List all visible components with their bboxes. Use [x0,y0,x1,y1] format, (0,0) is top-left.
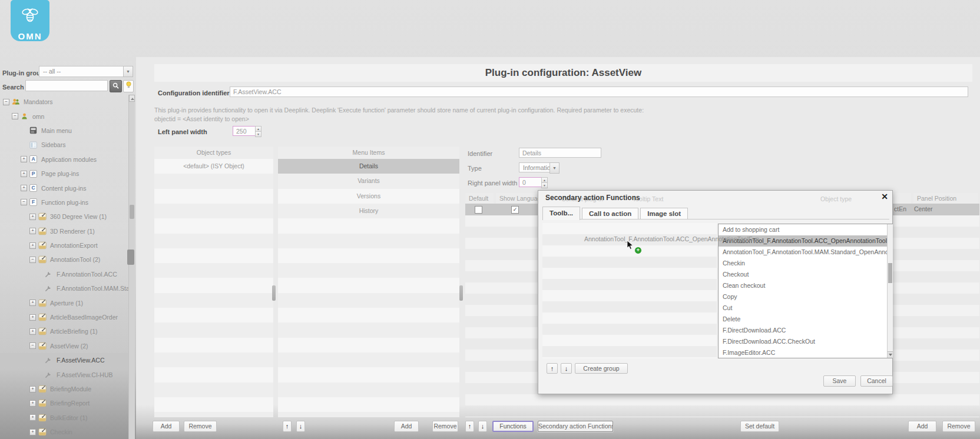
expand-icon[interactable]: + [29,400,36,407]
tree-item[interactable]: +PPage plug-ins [0,167,128,181]
search-button[interactable] [110,80,122,92]
tab-toolbar[interactable]: Toolb... [542,207,580,220]
column-resize-handle[interactable] [272,285,276,301]
collapse-icon[interactable]: − [21,199,27,205]
row-move-down-button[interactable]: ↓ [478,421,487,432]
default-checkbox[interactable] [475,206,482,214]
tree-item[interactable]: F.AssetView.ACC [0,353,128,367]
expand-icon[interactable]: + [29,314,36,321]
functions-button[interactable]: Functions [492,421,534,432]
tree-item[interactable]: Sidebars [0,138,128,152]
function-option[interactable]: Checkout [719,269,892,280]
tree-item[interactable]: F.AnnotationTool.MAM.Standar [0,281,128,295]
save-button[interactable]: Save [823,375,856,387]
table-remove-button[interactable]: Remove [942,421,975,432]
object-types-remove-button[interactable]: Remove [184,421,217,432]
functions-list-scrollbar[interactable] [887,224,893,358]
left-panel-width-stepper[interactable]: ▲ ▼ [255,126,261,137]
hint-button[interactable] [123,80,134,92]
object-types-add-button[interactable]: Add [153,421,180,432]
tree-item[interactable]: +CContent plug-ins [0,181,128,195]
expand-icon[interactable]: + [29,214,36,220]
scrollbar-thumb[interactable] [888,263,892,283]
function-option[interactable]: Delete [719,314,892,325]
expand-icon[interactable]: + [21,156,27,162]
tree-item[interactable]: +AApplication modules [0,152,128,167]
expand-icon[interactable]: + [29,242,36,249]
sidebar-splitter-handle[interactable] [127,250,134,265]
tree-item[interactable]: +Aperture (1) [0,295,128,310]
menu-item-row[interactable]: History [278,204,459,218]
tree-item[interactable]: −AssetView (2) [0,339,128,353]
left-panel-width-input[interactable] [233,126,257,136]
menu-item-move-up-button[interactable]: ↑ [283,421,292,432]
configuration-identifier-input[interactable] [230,87,968,97]
collapse-icon[interactable]: − [29,257,36,263]
tab-call-to-action[interactable]: Call to action [582,208,638,219]
right-panel-width-input[interactable] [519,177,542,187]
move-down-button[interactable]: ↓ [561,363,572,374]
expand-icon[interactable]: + [29,300,36,306]
secondary-action-functions-button[interactable]: Secondary action Functions [538,421,613,432]
tree-item[interactable]: +ArticleBriefing (1) [0,324,128,338]
tree-scrollbar[interactable] [128,95,135,439]
tree-item[interactable]: +ArticleBasedImageOrder [0,310,128,324]
expand-icon[interactable]: + [21,171,27,177]
menu-items-remove-button[interactable]: Remove [432,421,458,432]
expand-icon[interactable]: + [29,414,36,421]
tree-item[interactable]: −FFunction plug-ins [0,195,128,209]
function-option[interactable]: Clean checkout [719,280,892,291]
tree-item[interactable]: F.AssetView.CI-HUB [0,367,128,381]
function-option[interactable]: Checkin [719,258,892,269]
tree-item[interactable]: +Checkin [0,425,128,439]
tree-item[interactable]: +3D Renderer (1) [0,224,128,238]
tree-item[interactable]: Main menu [0,124,128,138]
identifier-input[interactable] [519,148,601,158]
collapse-icon[interactable]: − [3,99,9,105]
plugin-group-select[interactable]: -- all -- [39,66,124,77]
stepper-down-icon[interactable]: ▼ [541,182,548,188]
plugin-group-dropdown-button[interactable]: ▼ [123,66,133,77]
function-option[interactable]: Add to shopping cart [719,224,892,235]
function-option[interactable]: AnnotationTool_F.AnnotationTool.MAM.Stan… [719,247,892,258]
function-option[interactable]: Copy [719,291,892,302]
expand-icon[interactable]: + [29,228,36,234]
type-select[interactable]: Information [519,162,551,172]
expand-icon[interactable]: + [21,185,27,191]
row-move-up-button[interactable]: ↑ [465,421,474,432]
scrollbar-down-icon[interactable] [888,351,893,358]
tree-item[interactable]: −AnnotationTool (2) [0,252,128,267]
cancel-button[interactable]: Cancel [860,375,893,387]
menu-item-move-down-button[interactable]: ↓ [296,421,305,432]
available-functions-list[interactable]: Add to shopping cartAnnotationTool_F.Ann… [718,224,893,358]
close-icon[interactable]: ✕ [881,192,888,201]
expand-icon[interactable]: + [29,328,36,335]
search-input[interactable] [25,80,108,91]
collapse-icon[interactable]: − [29,342,36,349]
right-panel-width-stepper[interactable]: ▲ ▼ [541,177,548,188]
menu-item-row[interactable]: Details [278,159,459,174]
tab-image-slot[interactable]: Image slot [640,208,688,219]
function-option[interactable]: F.DirectDownload.ACC.CheckOut [719,336,892,347]
tree-item[interactable]: +360 Degree View (1) [0,209,128,224]
object-type-row[interactable]: <default> (ISY Object) [154,159,273,174]
scrollbar-thumb[interactable] [130,205,134,219]
tree-item[interactable]: −Mandators [0,95,128,109]
create-group-button[interactable]: Create group [575,363,628,374]
set-default-button[interactable]: Set default [740,421,779,432]
scrollbar-up-icon[interactable] [129,95,135,102]
menu-items-add-button[interactable]: Add [394,421,419,432]
expand-icon[interactable]: + [29,429,36,435]
tree-item[interactable]: +AnnotationExport [0,238,128,252]
show-language-checkbox[interactable]: ✓ [511,206,519,214]
tree-item[interactable]: +BriefingModule [0,382,128,396]
column-resize-handle[interactable] [459,285,463,301]
table-add-button[interactable]: Add [908,421,936,432]
function-option[interactable]: F.ImageEditor.ACC [719,347,892,358]
function-option[interactable]: F.DirectDownload.ACC [719,325,892,336]
tree-item[interactable]: −omn [0,109,128,123]
expand-icon[interactable]: + [29,386,36,393]
menu-item-row[interactable]: Variants [278,174,459,188]
menu-item-row[interactable]: Versions [278,189,459,204]
tree-item[interactable]: +BriefingReport [0,396,128,410]
